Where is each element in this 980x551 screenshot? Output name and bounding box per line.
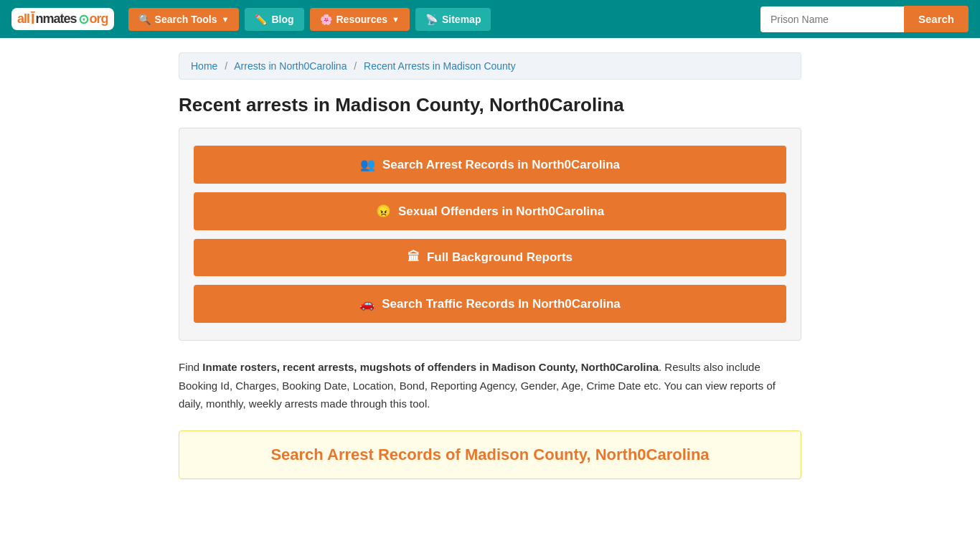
resources-label: Resources bbox=[336, 14, 388, 25]
sex-offenders-button[interactable]: 😠 Sexual Offenders in North0Carolina bbox=[194, 192, 786, 230]
breadcrumb: Home / Arrests in North0Carolina / Recen… bbox=[179, 52, 801, 80]
description-bold: Inmate rosters, recent arrests, mugshots… bbox=[202, 361, 659, 373]
search-tools-label: Search Tools bbox=[155, 14, 217, 25]
bottom-search-title: Search Arrest Records of Madison County,… bbox=[194, 446, 786, 464]
breadcrumb-current: Recent Arrests in Madison County bbox=[364, 60, 516, 72]
sex-offenders-label: Sexual Offenders in North0Carolina bbox=[398, 204, 604, 219]
traffic-records-icon: 🚗 bbox=[359, 296, 374, 311]
breadcrumb-arrests[interactable]: Arrests in North0Carolina bbox=[234, 60, 347, 72]
breadcrumb-sep-1: / bbox=[225, 60, 227, 72]
background-reports-icon: 🏛 bbox=[407, 250, 420, 265]
blog-icon: ✏️ bbox=[255, 14, 267, 25]
header: allĪnmates⊙org 🔍 Search Tools ▼ ✏️ Blog … bbox=[0, 0, 980, 38]
bottom-search-box: Search Arrest Records of Madison County,… bbox=[179, 430, 801, 479]
arrest-records-label: Search Arrest Records in North0Carolina bbox=[382, 158, 620, 172]
logo-dot: ⊙ bbox=[78, 11, 88, 27]
prison-name-input[interactable] bbox=[760, 6, 904, 32]
main-content: Home / Arrests in North0Carolina / Recen… bbox=[167, 38, 813, 494]
traffic-records-label: Search Traffic Records In North0Carolina bbox=[382, 297, 621, 311]
description-text: Find Inmate rosters, recent arrests, mug… bbox=[179, 358, 801, 413]
prison-search-button[interactable]: Search bbox=[904, 6, 969, 32]
sex-offenders-icon: 😠 bbox=[376, 204, 391, 219]
logo-icon: Ī bbox=[31, 11, 34, 27]
traffic-records-button[interactable]: 🚗 Search Traffic Records In North0Caroli… bbox=[194, 285, 786, 323]
breadcrumb-home[interactable]: Home bbox=[191, 60, 217, 72]
logo-inmates: nmates bbox=[36, 11, 77, 27]
background-reports-label: Full Background Reports bbox=[427, 250, 573, 265]
action-buttons-card: 👥 Search Arrest Records in North0Carolin… bbox=[179, 128, 801, 341]
description-prefix: Find bbox=[179, 361, 202, 373]
sitemap-button[interactable]: 📡 Sitemap bbox=[415, 8, 491, 31]
arrest-records-icon: 👥 bbox=[360, 157, 375, 172]
search-tools-button[interactable]: 🔍 Search Tools ▼ bbox=[128, 8, 240, 31]
prison-search-label: Search bbox=[918, 13, 954, 25]
logo-all: all bbox=[17, 11, 29, 27]
breadcrumb-sep-2: / bbox=[354, 60, 357, 72]
search-tools-icon: 🔍 bbox=[138, 14, 151, 25]
resources-icon: 🌸 bbox=[320, 14, 332, 25]
prison-search-area: Search bbox=[760, 6, 969, 32]
arrest-records-button[interactable]: 👥 Search Arrest Records in North0Carolin… bbox=[194, 146, 786, 184]
resources-button[interactable]: 🌸 Resources ▼ bbox=[310, 8, 410, 31]
logo[interactable]: allĪnmates⊙org bbox=[11, 8, 114, 30]
sitemap-label: Sitemap bbox=[442, 14, 481, 25]
background-reports-button[interactable]: 🏛 Full Background Reports bbox=[194, 239, 786, 276]
search-tools-chevron: ▼ bbox=[222, 15, 230, 24]
logo-org: org bbox=[90, 11, 108, 27]
resources-chevron: ▼ bbox=[392, 15, 400, 24]
page-title: Recent arrests in Madison County, North0… bbox=[179, 94, 801, 116]
sitemap-icon: 📡 bbox=[425, 14, 438, 25]
blog-button[interactable]: ✏️ Blog bbox=[245, 8, 303, 31]
main-nav: 🔍 Search Tools ▼ ✏️ Blog 🌸 Resources ▼ 📡… bbox=[128, 8, 752, 31]
blog-label: Blog bbox=[271, 14, 293, 25]
